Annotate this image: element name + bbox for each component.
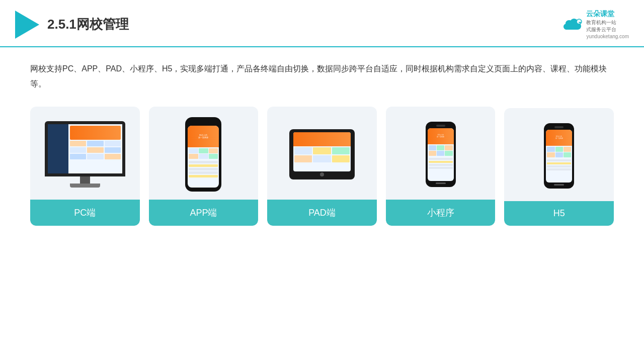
pad-image-area <box>267 107 377 200</box>
h5-label: H5 <box>504 201 614 226</box>
page-title: 2.5.1网校管理 <box>47 16 129 33</box>
main-content: 网校支持PC、APP、PAD、小程序、H5，实现多端打通，产品各终端自由切换，数… <box>0 47 644 236</box>
phone-banner: 职达人的第一堂网课 <box>188 126 219 147</box>
screen-block <box>87 154 103 159</box>
h5-phone-mockup: 职达人的第一堂网课 <box>544 123 574 189</box>
tablet-banner <box>293 132 351 146</box>
device-card-h5: 职达人的第一堂网课 <box>504 108 614 226</box>
description-text: 网校支持PC、APP、PAD、小程序、H5，实现多端打通，产品各终端自由切换，数… <box>30 61 614 92</box>
cloud-icon: ☁ <box>560 17 583 33</box>
svg-text:☁: ☁ <box>578 20 582 24</box>
screen-block <box>105 154 121 159</box>
mini-banner: 职达人的第一堂网课 <box>428 128 454 144</box>
phone-grid <box>188 147 219 160</box>
device-card-pad: PAD端 <box>267 107 377 226</box>
brand-tagline: 教育机构一站 <box>586 19 629 26</box>
brand-url: yunduoketang.com <box>586 33 629 40</box>
mini-grid <box>428 144 454 157</box>
app-image-area: 职达人的第一堂网课 <box>149 107 259 200</box>
miniprogram-image-area: 职达人的第一堂网课 <box>386 107 496 200</box>
pc-mockup <box>45 121 125 188</box>
screen-block <box>105 147 121 153</box>
monitor-screen <box>48 124 122 173</box>
h5-home-indicator <box>554 184 564 186</box>
brand-tagline2: 式服务云平台 <box>586 26 629 33</box>
h5-mini-banner: 职达人的第一堂网课 <box>546 130 572 146</box>
screen-block <box>87 141 103 146</box>
brand-section: ☁ 云朵课堂 教育机构一站 式服务云平台 yunduoketang.com <box>560 9 629 40</box>
monitor-body <box>45 121 125 176</box>
monitor-neck <box>80 176 90 184</box>
pc-label: PC端 <box>30 200 140 226</box>
logo-triangle-icon <box>15 11 39 39</box>
h5-mini-grid <box>546 146 572 158</box>
device-card-pc: PC端 <box>30 107 140 226</box>
header: 2.5.1网校管理 ☁ 云朵课堂 教育机构一站 式服务云平台 yunduoket… <box>0 0 644 47</box>
screen-block <box>70 147 86 153</box>
screen-sidebar <box>48 124 68 173</box>
tablet-home-button <box>320 172 324 176</box>
device-card-miniprogram: 职达人的第一堂网课 <box>386 107 496 226</box>
brand-name: 云朵课堂 <box>586 9 629 19</box>
screen-block <box>70 154 86 159</box>
screen-block <box>70 141 86 146</box>
screen-block <box>105 141 121 146</box>
phone-screen: 职达人的第一堂网课 <box>188 126 219 188</box>
mini-home-indicator <box>436 183 446 184</box>
h5-mini-screen: 职达人的第一堂网课 <box>546 130 572 183</box>
header-left: 2.5.1网校管理 <box>15 11 129 39</box>
h5-image-area: 职达人的第一堂网课 <box>504 108 614 201</box>
screen-main <box>68 124 122 173</box>
brand-text: 云朵课堂 教育机构一站 式服务云平台 yunduoketang.com <box>586 9 629 40</box>
screen-banner <box>70 126 121 140</box>
monitor-base <box>70 184 100 188</box>
phone-notch <box>198 121 209 124</box>
mini-notch <box>436 125 445 127</box>
tablet-content <box>293 146 351 163</box>
screen-block <box>87 147 103 153</box>
tablet-screen <box>293 132 351 171</box>
brand-logo: ☁ 云朵课堂 教育机构一站 式服务云平台 yunduoketang.com <box>560 9 629 40</box>
app-phone-mockup: 职达人的第一堂网课 <box>185 117 221 192</box>
pc-image-area <box>30 107 140 200</box>
h5-banner-text: 职达人的第一堂网课 <box>555 136 563 140</box>
device-card-app: 职达人的第一堂网课 <box>149 107 259 226</box>
pad-label: PAD端 <box>267 200 377 226</box>
app-label: APP端 <box>149 200 259 226</box>
phone-banner-text: 职达人的第一堂网课 <box>198 134 208 139</box>
mini-screen: 职达人的第一堂网课 <box>428 128 454 181</box>
mini-banner-text: 职达人的第一堂网课 <box>437 134 444 138</box>
miniprogram-phone-mockup: 职达人的第一堂网课 <box>426 122 456 187</box>
tablet-mockup <box>289 129 355 179</box>
h5-mini-notch <box>554 126 564 128</box>
miniprogram-label: 小程序 <box>386 200 496 226</box>
devices-row: PC端 职达人的第一堂网课 <box>30 107 614 226</box>
